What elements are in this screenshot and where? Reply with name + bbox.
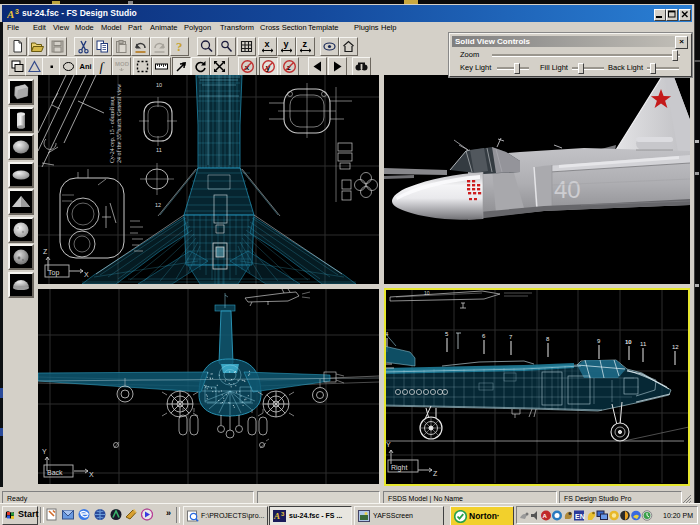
- svg-text:12: 12: [155, 202, 161, 208]
- svg-text:6: 6: [482, 333, 486, 339]
- svg-text:EN: EN: [575, 513, 585, 520]
- svg-text:12: 12: [672, 344, 679, 350]
- svg-text:z: z: [303, 39, 308, 49]
- svg-text:A: A: [543, 513, 548, 519]
- svg-text:10: 10: [424, 290, 430, 296]
- svg-text:Z: Z: [43, 248, 48, 255]
- svg-text:x: x: [265, 39, 270, 49]
- svg-text:8: 8: [546, 336, 550, 342]
- svg-text:10: 10: [625, 339, 632, 345]
- svg-text:5: 5: [445, 331, 449, 337]
- svg-text:Су-24 сер. 15 - общий вид: Су-24 сер. 15 - общий вид: [109, 97, 115, 163]
- svg-text:Ani: Ani: [80, 62, 92, 71]
- svg-text:Z: Z: [433, 470, 438, 477]
- svg-text:9: 9: [597, 338, 601, 344]
- svg-text:40: 40: [554, 176, 581, 203]
- svg-text:Back: Back: [47, 469, 63, 476]
- svg-text:A: A: [7, 8, 14, 20]
- svg-text:MOD: MOD: [115, 61, 129, 67]
- svg-text:24 of the 35°batch. General vi: 24 of the 35°batch. General view: [116, 83, 122, 163]
- svg-text:11: 11: [156, 147, 162, 153]
- svg-text:Y: Y: [386, 441, 391, 448]
- svg-text:?: ?: [176, 39, 183, 54]
- svg-text:10: 10: [156, 82, 162, 88]
- svg-text:X: X: [84, 271, 89, 278]
- svg-text:3: 3: [15, 8, 19, 15]
- svg-text:Top: Top: [48, 269, 59, 277]
- svg-text:Y: Y: [42, 448, 47, 455]
- svg-text:7: 7: [509, 334, 513, 340]
- svg-text:y: y: [284, 39, 289, 49]
- svg-text:X: X: [89, 471, 94, 478]
- svg-text:11: 11: [640, 341, 647, 347]
- svg-text:Right: Right: [391, 464, 407, 472]
- svg-text:A: A: [273, 511, 280, 521]
- svg-text:ſ: ſ: [100, 59, 106, 74]
